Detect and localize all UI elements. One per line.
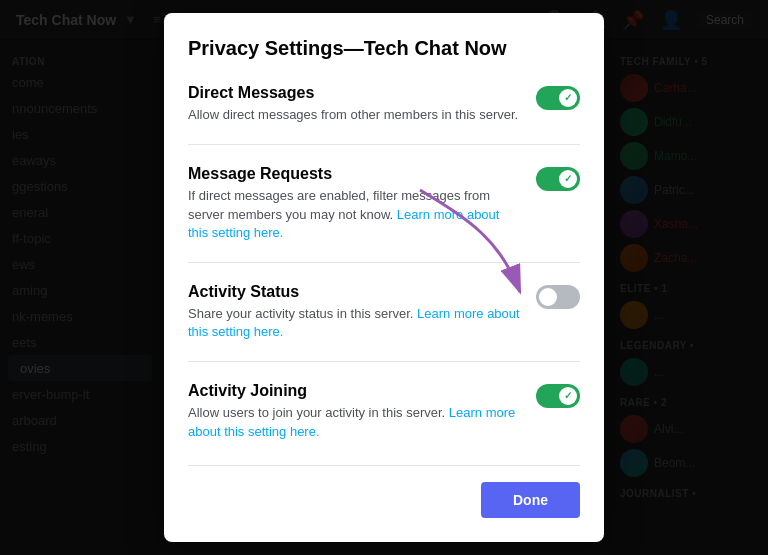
message-requests-link[interactable]: Learn more about this setting here. xyxy=(188,207,499,240)
message-requests-label: Message Requests xyxy=(188,165,520,183)
activity-status-desc: Share your activity status in this serve… xyxy=(188,305,520,341)
divider-3 xyxy=(188,361,580,362)
direct-messages-desc: Allow direct messages from other members… xyxy=(188,106,520,124)
activity-status-label: Activity Status xyxy=(188,283,520,301)
privacy-settings-modal: Privacy Settings—Tech Chat Now Direct Me… xyxy=(164,13,604,542)
activity-status-toggle-container: ✕ xyxy=(536,285,580,309)
direct-messages-toggle-container: ✓ xyxy=(536,86,580,110)
direct-messages-setting: Direct Messages Allow direct messages fr… xyxy=(188,80,580,128)
activity-status-link[interactable]: Learn more about this setting here. xyxy=(188,306,520,339)
direct-messages-thumb: ✓ xyxy=(559,89,577,107)
activity-status-setting: Activity Status Share your activity stat… xyxy=(188,279,580,345)
direct-messages-content: Direct Messages Allow direct messages fr… xyxy=(188,84,520,124)
activity-status-thumb: ✕ xyxy=(539,288,557,306)
activity-joining-toggle-container: ✓ xyxy=(536,384,580,408)
modal-backdrop: Privacy Settings—Tech Chat Now Direct Me… xyxy=(0,0,768,555)
message-requests-check-icon: ✓ xyxy=(564,174,572,184)
done-button[interactable]: Done xyxy=(481,482,580,518)
divider-1 xyxy=(188,144,580,145)
modal-title: Privacy Settings—Tech Chat Now xyxy=(188,37,580,60)
message-requests-content: Message Requests If direct messages are … xyxy=(188,165,520,242)
activity-joining-thumb: ✓ xyxy=(559,387,577,405)
message-requests-desc: If direct messages are enabled, filter m… xyxy=(188,187,520,242)
message-requests-toggle[interactable]: ✓ xyxy=(536,167,580,191)
direct-messages-toggle[interactable]: ✓ xyxy=(536,86,580,110)
activity-joining-label: Activity Joining xyxy=(188,382,520,400)
activity-status-toggle[interactable]: ✕ xyxy=(536,285,580,309)
activity-joining-setting: Activity Joining Allow users to join you… xyxy=(188,378,580,444)
activity-status-content: Activity Status Share your activity stat… xyxy=(188,283,520,341)
activity-joining-link[interactable]: Learn more about this setting here. xyxy=(188,405,515,438)
message-requests-thumb: ✓ xyxy=(559,170,577,188)
message-requests-toggle-container: ✓ xyxy=(536,167,580,191)
divider-2 xyxy=(188,262,580,263)
modal-footer: Done xyxy=(188,465,580,518)
direct-messages-label: Direct Messages xyxy=(188,84,520,102)
message-requests-setting: Message Requests If direct messages are … xyxy=(188,161,580,246)
activity-joining-toggle[interactable]: ✓ xyxy=(536,384,580,408)
activity-joining-check-icon: ✓ xyxy=(564,391,572,401)
activity-joining-desc: Allow users to join your activity in thi… xyxy=(188,404,520,440)
direct-messages-check-icon: ✓ xyxy=(564,93,572,103)
activity-status-x-icon: ✕ xyxy=(544,292,552,302)
activity-joining-content: Activity Joining Allow users to join you… xyxy=(188,382,520,440)
